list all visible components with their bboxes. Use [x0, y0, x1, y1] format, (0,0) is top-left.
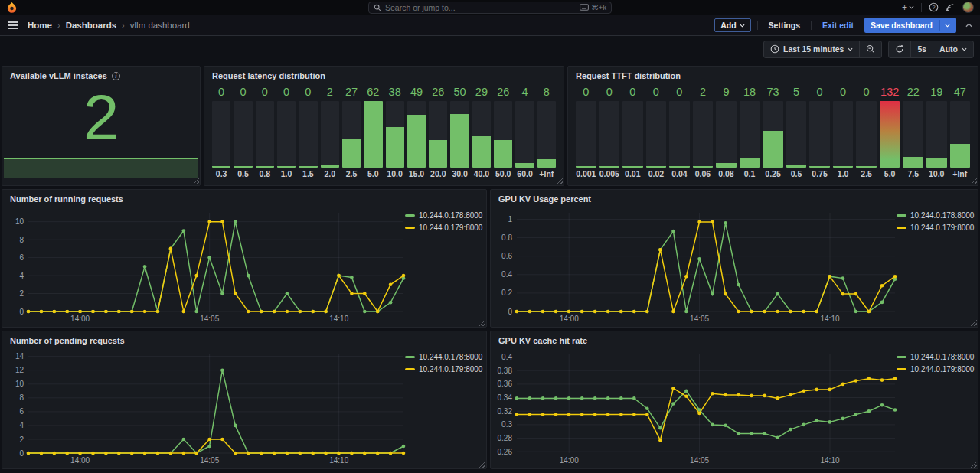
- help-button[interactable]: ?: [929, 2, 939, 12]
- search-input[interactable]: [385, 3, 576, 12]
- bar-value-label: 0: [256, 85, 274, 99]
- data-point: [606, 310, 610, 314]
- add-panel-button[interactable]: Add: [714, 18, 750, 32]
- bar-column[interactable]: 625.0: [364, 85, 382, 179]
- bar-column[interactable]: 00.001: [576, 85, 596, 179]
- bar-column[interactable]: 2940.0: [472, 85, 491, 179]
- bar-column[interactable]: 01.0: [277, 85, 296, 179]
- data-point: [684, 275, 688, 279]
- exit-edit-button[interactable]: Exit edit: [818, 19, 858, 31]
- legend-item[interactable]: 10.244.0.179:8000: [405, 365, 482, 374]
- bar-column[interactable]: 22.0: [321, 85, 339, 179]
- bar-column[interactable]: 00.75: [809, 85, 830, 179]
- data-point: [311, 452, 315, 455]
- user-avatar[interactable]: [962, 2, 974, 13]
- search-bar[interactable]: ⌘+k: [368, 2, 612, 14]
- breadcrumb-home[interactable]: Home: [28, 21, 52, 30]
- data-point: [880, 403, 884, 407]
- zoom-out-button[interactable]: [859, 41, 881, 57]
- panel-resize-handle[interactable]: [970, 178, 977, 184]
- legend-item[interactable]: 10.244.0.179:8000: [897, 223, 973, 232]
- bar-value-label: 49: [407, 85, 426, 99]
- bar-column[interactable]: 460.0: [515, 85, 534, 179]
- bar-column[interactable]: 180.1: [740, 85, 760, 179]
- data-point: [684, 395, 688, 399]
- bar-column[interactable]: 90.08: [716, 85, 737, 179]
- data-point: [402, 445, 406, 449]
- news-button[interactable]: [946, 3, 956, 12]
- panel-title[interactable]: Request latency distribution: [204, 67, 564, 85]
- data-point: [53, 310, 57, 314]
- refresh-interval[interactable]: 5s: [910, 41, 933, 57]
- bar-column[interactable]: 8+Inf: [537, 85, 556, 179]
- bar-column[interactable]: 272.5: [342, 85, 361, 179]
- legend-item[interactable]: 10.244.0.178:8000: [897, 211, 973, 220]
- bar-category-label: 0.04: [669, 168, 690, 179]
- legend-item[interactable]: 10.244.0.178:8000: [405, 353, 482, 361]
- info-icon[interactable]: i: [112, 72, 120, 80]
- bar-column[interactable]: 01.5: [299, 85, 317, 179]
- bar-category-label: 5.0: [364, 168, 382, 179]
- time-series-plot: 024681014:0014:0514:10: [2, 190, 486, 327]
- panel-title[interactable]: Request TTFT distribution: [568, 67, 978, 85]
- bar-column[interactable]: 2650.0: [494, 85, 512, 179]
- data-point: [130, 310, 134, 314]
- data-point: [194, 452, 198, 455]
- collapse-toolbar-button[interactable]: [965, 23, 972, 28]
- chevron-down-icon: [848, 47, 853, 51]
- data-point: [389, 452, 393, 455]
- data-point: [286, 292, 289, 295]
- bar-column[interactable]: 5030.0: [450, 85, 469, 179]
- bar-category-label: 0.5: [786, 168, 807, 179]
- bar-column[interactable]: 00.005: [599, 85, 620, 179]
- bar-column[interactable]: 227.5: [903, 85, 923, 179]
- bar-column[interactable]: 20.06: [693, 85, 714, 179]
- settings-button[interactable]: Settings: [764, 19, 805, 31]
- grafana-logo[interactable]: [6, 2, 18, 13]
- bar-column[interactable]: 00.04: [669, 85, 690, 179]
- y-tick-label: 0.4: [501, 270, 512, 279]
- breadcrumb-current[interactable]: vllm dashboard: [130, 21, 190, 30]
- legend-series-name: 10.244.0.179:8000: [419, 223, 482, 232]
- time-range-picker[interactable]: Last 15 minutes: [764, 41, 859, 57]
- menu-icon[interactable]: [8, 21, 18, 29]
- data-point: [515, 396, 519, 400]
- add-new-button[interactable]: +: [902, 2, 914, 13]
- refresh-button[interactable]: [889, 41, 910, 57]
- bar-column[interactable]: 00.01: [622, 85, 643, 179]
- y-tick-label: 0.28: [498, 434, 513, 442]
- bar-column[interactable]: 1910.0: [926, 85, 947, 179]
- legend-item[interactable]: 10.244.0.178:8000: [897, 353, 973, 361]
- bar-column[interactable]: 00.5: [234, 85, 252, 179]
- auto-refresh-picker[interactable]: Auto: [933, 41, 973, 57]
- data-point: [234, 452, 237, 455]
- bar-column[interactable]: 00.02: [646, 85, 667, 179]
- bar-column[interactable]: 4915.0: [407, 85, 426, 179]
- bar-column[interactable]: 2620.0: [429, 85, 447, 179]
- rss-icon: [946, 3, 956, 12]
- bar-column[interactable]: 00.3: [212, 85, 230, 179]
- legend-item[interactable]: 10.244.0.179:8000: [897, 365, 973, 374]
- bar-column[interactable]: 00.8: [256, 85, 274, 179]
- legend: 10.244.0.178:800010.244.0.179:8000: [897, 211, 973, 232]
- panel-resize-handle[interactable]: [556, 178, 563, 184]
- panel-resize-handle[interactable]: [192, 178, 199, 184]
- bar-fill: [537, 159, 556, 168]
- bar-column[interactable]: 47+Inf: [950, 85, 971, 179]
- bar-column[interactable]: 3810.0: [386, 85, 404, 179]
- bar-column[interactable]: 1325.0: [880, 85, 900, 179]
- bar-track: [342, 101, 361, 168]
- legend-item[interactable]: 10.244.0.178:8000: [405, 211, 482, 220]
- breadcrumb-bar: Home › Dashboards › vllm dashboard Add S…: [0, 15, 980, 36]
- bar-column[interactable]: 01.0: [833, 85, 854, 179]
- bar-column[interactable]: 50.5: [786, 85, 807, 179]
- bar-fill: [740, 158, 760, 168]
- breadcrumb-dashboards[interactable]: Dashboards: [66, 21, 116, 30]
- bar-column[interactable]: 730.25: [763, 85, 783, 179]
- data-point: [567, 396, 571, 400]
- save-dashboard-button[interactable]: Save dashboard: [864, 18, 956, 33]
- bar-column[interactable]: 02.5: [856, 85, 877, 179]
- bar-fill: [809, 166, 830, 168]
- y-tick-label: 0.6: [501, 252, 512, 260]
- legend-item[interactable]: 10.244.0.179:8000: [405, 223, 482, 232]
